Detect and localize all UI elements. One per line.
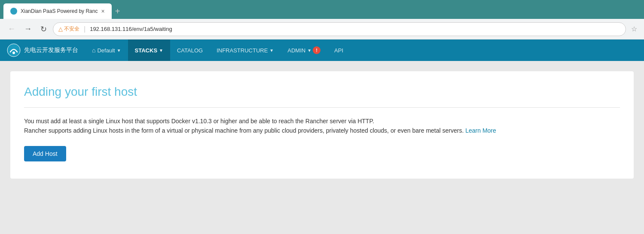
environment-name: Default (97, 47, 115, 54)
admin-dropdown-arrow: ▼ (307, 48, 311, 53)
address-input[interactable]: △ 不安全 | 192.168.131.116/env/1a5/waiting (53, 22, 626, 36)
url-text: 192.168.131.116/env/1a5/waiting (90, 26, 620, 32)
app-navbar: 先电云开发服务平台 ⌂ Default ▼ STACKS ▼ CATALOG I… (0, 40, 644, 61)
warning-icon: △ (58, 26, 63, 32)
tab-favicon (10, 8, 17, 15)
infrastructure-dropdown-arrow: ▼ (269, 48, 274, 53)
add-host-button[interactable]: Add Host (24, 146, 66, 161)
security-warning: △ 不安全 (58, 25, 79, 33)
bookmark-button[interactable]: ☆ (629, 23, 639, 35)
brand-logo-icon (7, 43, 21, 57)
tab-bar: XianDian PaaS Powered by Ranc × + (3, 0, 641, 19)
nav-api-label: API (334, 47, 343, 54)
environment-dropdown-arrow: ▼ (117, 48, 121, 53)
security-text: 不安全 (64, 25, 79, 33)
address-separator: | (84, 25, 85, 33)
nav-admin-label: ADMIN (287, 47, 305, 54)
nav-infrastructure-label: INFRASTRUCTURE (217, 47, 268, 54)
description-line2: Rancher supports adding Linux hosts in t… (24, 126, 620, 135)
browser-tab[interactable]: XianDian PaaS Powered by Ranc × (3, 3, 112, 19)
svg-point-1 (12, 52, 15, 54)
tab-title: XianDian PaaS Powered by Ranc (21, 8, 98, 14)
divider (24, 107, 620, 108)
nav-stacks-label: STACKS (135, 47, 157, 54)
learn-more-link[interactable]: Learn More (465, 127, 496, 134)
nav-item-infrastructure[interactable]: INFRASTRUCTURE ▼ (210, 40, 281, 61)
description-text: You must add at least a single Linux hos… (24, 116, 620, 136)
nav-item-api[interactable]: API (327, 40, 350, 61)
svg-point-0 (7, 44, 20, 57)
nav-item-stacks[interactable]: STACKS ▼ (128, 40, 170, 61)
brand-name-text: 先电云开发服务平台 (24, 46, 78, 54)
address-bar: ← → ↻ △ 不安全 | 192.168.131.116/env/1a5/wa… (0, 19, 644, 40)
nav-item-admin[interactable]: ADMIN ▼ ! (281, 40, 327, 61)
browser-chrome: XianDian PaaS Powered by Ranc × + (0, 0, 644, 19)
reload-button[interactable]: ↻ (38, 23, 49, 36)
brand-logo-link[interactable]: 先电云开发服务平台 (0, 43, 85, 57)
environment-selector[interactable]: ⌂ Default ▼ (85, 40, 128, 61)
back-button[interactable]: ← (5, 23, 18, 35)
page-title: Adding your first host (24, 85, 620, 99)
description-line1: You must add at least a single Linux hos… (24, 116, 620, 126)
forward-button[interactable]: → (21, 23, 34, 35)
new-tab-button[interactable]: + (112, 5, 124, 18)
content-card: Adding your first host You must add at l… (10, 71, 634, 179)
tab-close-button[interactable]: × (101, 8, 104, 15)
admin-alert-badge: ! (313, 46, 320, 54)
nav-catalog-label: CATALOG (177, 47, 203, 54)
main-content: Adding your first host You must add at l… (0, 61, 644, 234)
stacks-dropdown-arrow: ▼ (159, 48, 163, 53)
nav-item-catalog[interactable]: CATALOG (170, 40, 210, 61)
nav-menu: ⌂ Default ▼ STACKS ▼ CATALOG INFRASTRUCT… (85, 40, 644, 61)
